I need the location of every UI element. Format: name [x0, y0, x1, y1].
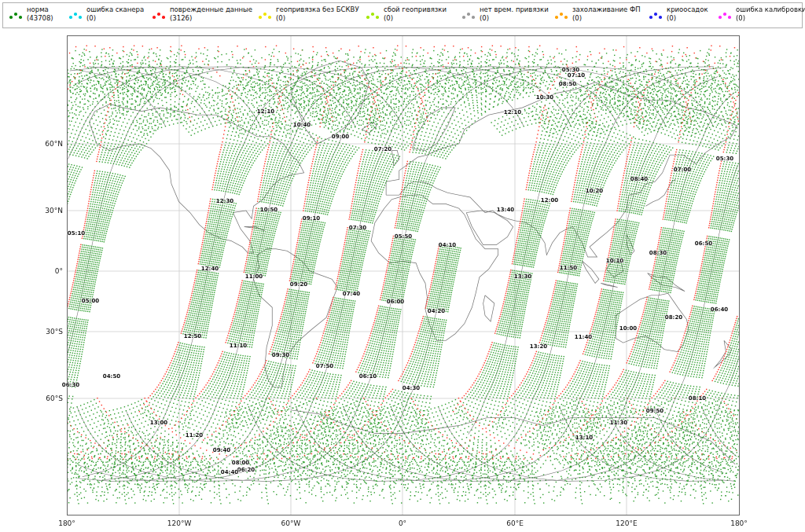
legend-label-text: ошибка калибровки [736, 6, 805, 14]
granule-time-label: 10:40 [293, 122, 311, 128]
granule-time-label: 12:40 [201, 266, 219, 272]
granule-time-label: 10:00 [619, 325, 637, 332]
y-tick-label: 0° [55, 267, 63, 275]
granule-time-label: 08:40 [630, 176, 648, 182]
legend-label-text: криоосадок [667, 6, 708, 14]
granule-time-label: 08:30 [649, 250, 667, 256]
legend-dot [268, 16, 271, 19]
granule-time-label: 13:20 [530, 343, 547, 350]
x-tick-label: 120°W [167, 519, 192, 527]
legend-count: (0) [276, 14, 359, 23]
granule-time-label: 06:30 [62, 382, 79, 388]
granule-time-label: 11:50 [560, 265, 577, 271]
legend-count: (0) [667, 14, 708, 23]
granule-time-label: 13:40 [497, 207, 514, 213]
legend-label-text: нет врем. привязки [480, 6, 549, 14]
y-tick-label: 30°N [45, 207, 63, 215]
legend-marker-dots-icon [9, 11, 24, 20]
legend-dot [649, 16, 652, 19]
legend: норма(43708)ошибка сканера(0)поврежденны… [2, 2, 803, 28]
legend-count: (3126) [170, 14, 252, 23]
legend-dot [728, 16, 731, 19]
granule-time-label: 04:20 [428, 308, 445, 314]
granule-time-label: 11:10 [230, 343, 247, 349]
granule-time-label: 10:30 [536, 94, 553, 101]
granule-time-label: 12:00 [541, 197, 558, 204]
granule-time-label: 06:10 [359, 373, 377, 380]
legend-label-text: захолаживание ФП [572, 6, 641, 14]
legend-dot [74, 13, 77, 16]
legend-dot [157, 13, 160, 16]
x-tick-label: 180° [58, 519, 75, 527]
x-tick-label: 180° [730, 519, 748, 527]
x-tick-label: 60°W [281, 519, 301, 527]
granule-time-label: 09:20 [290, 281, 307, 288]
granule-time-label: 08:10 [689, 395, 706, 402]
legend-dot [564, 16, 568, 19]
granule-time-label: 13:00 [150, 420, 167, 426]
granule-time-label: 04:50 [103, 373, 120, 380]
legend-dot [654, 13, 657, 16]
legend-count: (43708) [27, 14, 53, 23]
y-tick-label: 60°N [45, 140, 63, 148]
granule-time-label: 13:10 [575, 435, 593, 441]
x-tick-label: 0° [399, 519, 406, 527]
granule-time-label: 09:30 [272, 352, 289, 358]
legend-label: нет врем. привязки(0) [480, 6, 549, 23]
legend-label: норма(43708) [27, 6, 53, 23]
granule-time-label: 09:40 [213, 447, 230, 453]
legend-label: поврежденные данные(3126) [170, 6, 252, 23]
legend-marker-dots-icon [555, 11, 569, 20]
legend-dot [371, 13, 374, 16]
y-tick-label: 30°S [46, 328, 63, 336]
legend-dot [376, 16, 379, 19]
granule-time-label: 07:10 [568, 72, 585, 79]
granule-time-label: 13:30 [514, 273, 531, 280]
legend-marker-dots-icon [649, 11, 663, 20]
granule-time-label: 07:00 [674, 167, 691, 173]
granule-time-label: 10:50 [260, 207, 278, 213]
legend-label: криоосадок(0) [667, 6, 708, 23]
granule-time-label: 06:40 [711, 306, 728, 313]
legend-dot [366, 16, 369, 19]
legend-label-text: поврежденные данные [170, 6, 252, 14]
granule-time-label: 11:00 [245, 273, 263, 280]
legend-dot [19, 16, 22, 19]
legend-dot [659, 16, 662, 19]
legend-marker-dots-icon [69, 11, 83, 20]
granule-time-label: 04:40 [221, 469, 238, 475]
legend-dot [79, 16, 82, 19]
granule-time-label: 09:00 [332, 134, 349, 140]
granule-time-label: 06:50 [695, 240, 712, 247]
legend-dot [723, 13, 726, 16]
legend-marker-dots-icon [462, 11, 476, 20]
map-canvas [0, 0, 805, 532]
granule-time-label: 12:10 [257, 108, 274, 115]
legend-label-text: геопривязка без БСКВУ [276, 6, 359, 14]
legend-dot [162, 16, 165, 19]
legend-dot [555, 16, 558, 19]
legend-label: захолаживание ФП(0) [572, 6, 641, 23]
legend-label: геопривязка без БСКВУ(0) [276, 6, 359, 23]
legend-marker-dots-icon [366, 11, 380, 20]
granule-time-label: 08:00 [232, 460, 249, 466]
granule-time-label: 05:00 [82, 298, 99, 304]
granule-time-label: 11:30 [610, 420, 627, 426]
y-tick-label: 60°S [46, 394, 63, 402]
legend-count: (0) [736, 14, 805, 23]
granule-time-label: 09:50 [646, 408, 663, 414]
legend-count: (0) [572, 14, 641, 23]
legend-count: (0) [384, 14, 447, 23]
granule-time-label: 04:10 [439, 242, 456, 248]
legend-dot [69, 16, 72, 19]
granule-time-label: 05:50 [395, 233, 412, 240]
legend-dot [472, 16, 475, 19]
legend-count: (0) [86, 14, 144, 23]
legend-dot [9, 16, 13, 19]
legend-label-text: норма [27, 6, 53, 14]
granule-time-label: 12:50 [184, 333, 201, 339]
legend-marker-dots-icon [259, 11, 273, 20]
granule-time-label: 05:10 [68, 230, 85, 237]
legend-marker-dots-icon [153, 11, 167, 20]
satellite-coverage-viewer: 05:3007:1008:5010:3012:1012:1010:4009:00… [0, 0, 805, 532]
